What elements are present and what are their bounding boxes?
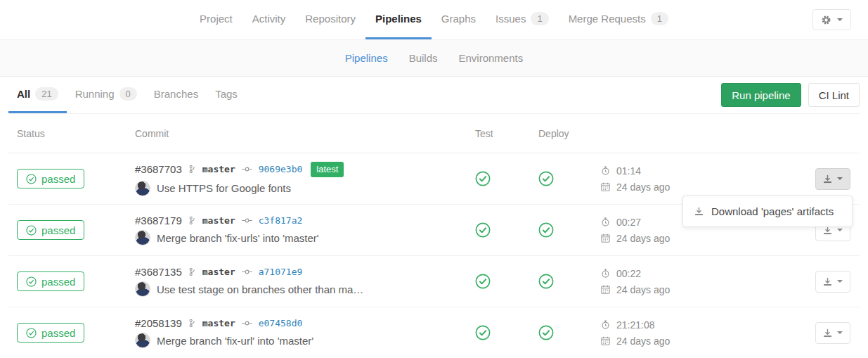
pipelines-filter-bar: All 21 Running 0 Branches Tags Run pipel…: [8, 77, 860, 114]
deploy-stage-passed-icon[interactable]: [538, 325, 554, 340]
top-navigation: Project Activity Repository Pipelines Gr…: [0, 0, 868, 40]
pipeline-id-link[interactable]: #3687703: [135, 163, 182, 175]
nav-item-merge-requests[interactable]: Merge Requests 1: [559, 0, 678, 39]
tab-running-count-badge: 0: [119, 87, 137, 101]
author-avatar[interactable]: [135, 333, 150, 348]
commit-sha-link[interactable]: c3f817a2: [259, 215, 303, 226]
pipeline-row: passed #3687703 master 9069e3b0 latest U…: [8, 153, 860, 205]
project-settings-dropdown-button[interactable]: [812, 9, 851, 30]
timer-icon: [601, 269, 610, 278]
calendar-icon: [601, 285, 610, 294]
pipelines-filter-tabs: All 21 Running 0 Branches Tags: [8, 77, 246, 113]
pipeline-duration: 00:27: [616, 217, 641, 228]
pipeline-action-buttons: Run pipeline CI Lint: [721, 77, 860, 113]
tab-all-count-badge: 21: [35, 87, 58, 101]
caret-down-icon: [837, 177, 843, 180]
branch-link[interactable]: master: [202, 215, 235, 226]
deploy-stage-passed-icon[interactable]: [538, 274, 554, 289]
subnav-item-environments[interactable]: Environments: [448, 52, 534, 64]
download-icon: [694, 207, 704, 216]
status-badge[interactable]: passed: [17, 271, 84, 291]
tab-running[interactable]: Running 0: [67, 77, 145, 113]
branch-link[interactable]: master: [202, 164, 235, 174]
commit-sha-link[interactable]: a71071e9: [259, 267, 303, 277]
nav-item-activity[interactable]: Activity: [242, 0, 296, 39]
tab-label: Tags: [215, 88, 238, 100]
latest-badge: latest: [311, 162, 344, 177]
subnav-item-builds[interactable]: Builds: [399, 52, 448, 64]
author-avatar[interactable]: [135, 230, 150, 245]
status-badge[interactable]: passed: [17, 169, 84, 188]
nav-item-repository[interactable]: Repository: [295, 0, 365, 39]
issues-count-badge: 1: [531, 12, 548, 25]
pipeline-duration: 21:21:08: [616, 319, 655, 331]
author-avatar[interactable]: [135, 281, 150, 297]
merge-requests-count-badge: 1: [651, 12, 668, 25]
status-badge[interactable]: passed: [17, 323, 84, 343]
pipeline-row: passed #3687135 master a71071e9 Use test…: [8, 256, 860, 307]
download-pages-artifacts-item[interactable]: Download 'pages' artifacts: [683, 200, 852, 223]
download-artifacts-dropdown-button[interactable]: [815, 168, 850, 190]
gear-icon: [821, 15, 831, 25]
commit-sha-link[interactable]: e07458d0: [259, 318, 303, 328]
test-stage-passed-icon[interactable]: [475, 274, 491, 289]
download-artifacts-dropdown-button[interactable]: [815, 271, 850, 293]
branch-icon: [188, 267, 196, 276]
commit-icon: [242, 166, 252, 172]
run-pipeline-button[interactable]: Run pipeline: [721, 83, 801, 107]
nav-item-issues[interactable]: Issues 1: [486, 0, 559, 39]
nav-item-project[interactable]: Project: [190, 0, 242, 39]
status-badge[interactable]: passed: [17, 220, 84, 240]
pipeline-finished-ago: 24 days ago: [616, 233, 670, 244]
branch-icon: [188, 165, 196, 174]
author-avatar[interactable]: [135, 181, 150, 196]
branch-link[interactable]: master: [202, 267, 235, 277]
tab-label: All: [17, 88, 30, 100]
pipelines-sub-navigation: Pipelines Builds Environments: [0, 40, 868, 77]
subnav-item-pipelines[interactable]: Pipelines: [335, 52, 399, 64]
status-passed-icon: [26, 276, 37, 287]
commit-message-link[interactable]: Use test stage on branches other than ma…: [157, 283, 363, 295]
nav-item-label: Issues: [495, 13, 526, 25]
deploy-stage-passed-icon[interactable]: [538, 222, 554, 238]
pipeline-finished-ago: 24 days ago: [616, 284, 670, 295]
pipeline-id-link[interactable]: #3687179: [135, 215, 182, 226]
timer-icon: [601, 320, 610, 329]
commit-message-link[interactable]: Use HTTPS for Google fonts: [157, 182, 291, 194]
pipeline-id-link[interactable]: #2058139: [135, 317, 182, 329]
nav-item-pipelines[interactable]: Pipelines: [365, 0, 432, 39]
pipeline-duration: 00:22: [616, 268, 641, 279]
column-header-test: Test: [472, 128, 536, 139]
deploy-stage-passed-icon[interactable]: [538, 171, 554, 186]
pipeline-duration: 01:14: [616, 165, 641, 177]
nav-item-graphs[interactable]: Graphs: [432, 0, 486, 39]
artifacts-dropdown-menu: Download 'pages' artifacts: [682, 196, 853, 227]
ci-lint-button[interactable]: CI Lint: [808, 83, 860, 107]
pipeline-id-link[interactable]: #3687135: [135, 266, 182, 278]
test-stage-passed-icon[interactable]: [475, 325, 491, 340]
branch-link[interactable]: master: [202, 318, 235, 328]
tab-tags[interactable]: Tags: [207, 77, 246, 113]
tab-all[interactable]: All 21: [8, 77, 67, 113]
nav-item-label: Merge Requests: [569, 13, 646, 25]
status-passed-icon: [26, 174, 37, 184]
commit-icon: [242, 217, 252, 224]
commit-message-link[interactable]: Merge branch 'fix-url' into 'master': [157, 335, 313, 347]
commit-icon: [242, 269, 252, 275]
caret-down-icon: [837, 280, 843, 283]
pipelines-page: All 21 Running 0 Branches Tags Run pipel…: [0, 77, 868, 358]
pipeline-row: passed #2058139 master e07458d0 Merge br…: [8, 307, 860, 358]
tab-branches[interactable]: Branches: [145, 77, 207, 113]
download-artifacts-dropdown-button[interactable]: [815, 322, 850, 344]
column-header-deploy: Deploy: [536, 128, 599, 139]
commit-icon: [242, 320, 252, 326]
commit-message-link[interactable]: Merge branch 'fix-urls' into 'master': [157, 232, 319, 244]
commit-sha-link[interactable]: 9069e3b0: [259, 164, 303, 174]
caret-down-icon: [837, 331, 843, 334]
test-stage-passed-icon[interactable]: [475, 222, 491, 238]
pipeline-finished-ago: 24 days ago: [616, 335, 670, 347]
test-stage-passed-icon[interactable]: [475, 171, 491, 186]
dropdown-item-label: Download 'pages' artifacts: [711, 205, 834, 217]
column-header-actions: [745, 114, 860, 153]
timer-icon: [601, 217, 610, 226]
